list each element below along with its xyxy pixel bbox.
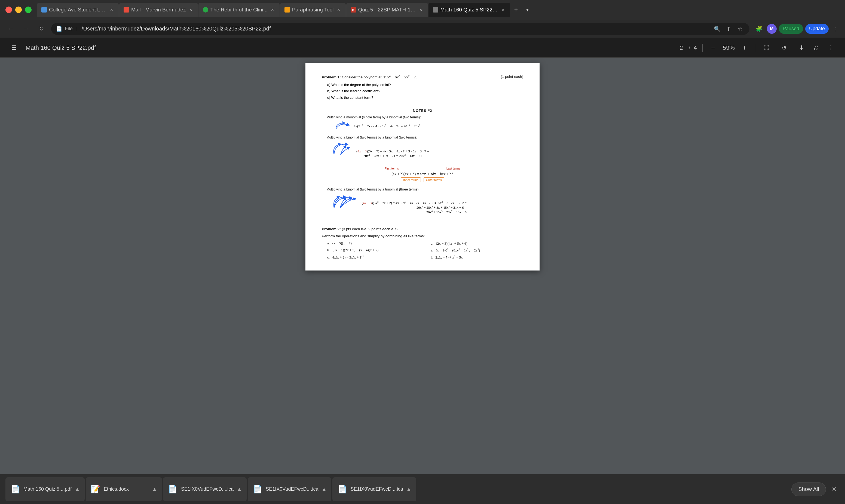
- close-downloads-button[interactable]: ✕: [829, 484, 840, 495]
- foil-outer-label: Outer terms: [424, 177, 444, 182]
- tab-favicon-rebirth: [203, 7, 208, 13]
- traffic-lights: [5, 6, 32, 13]
- extensions-icon[interactable]: 🧩: [754, 23, 765, 34]
- fit-page-button[interactable]: ⛶: [761, 42, 773, 54]
- tab-favicon-paraphrase: [285, 7, 290, 13]
- tab-close-mail[interactable]: ✕: [188, 7, 194, 13]
- prob-item-c: c. 4x(x + 2) − 3x(x + 1)2: [327, 255, 420, 259]
- problem2-grid: a. (x + 5)(x − 7) d. (2x − 3)(4x2 + 5x +…: [322, 241, 523, 259]
- problem1-text: Problem 1: Consider the polynomial: 15x4…: [322, 74, 523, 80]
- rotate-button[interactable]: ↺: [778, 42, 790, 54]
- download-button[interactable]: ⬇: [795, 42, 807, 54]
- bookmark-icon[interactable]: ☆: [736, 24, 744, 33]
- notes-section-binom-title: Multiplying a binomial (two terms) by a …: [326, 136, 519, 139]
- zoom-out-button[interactable]: −: [708, 43, 718, 53]
- problem2-section: Problem 2: (3 pts each b-e, 2 points eac…: [322, 227, 523, 259]
- tab-close-quiz5[interactable]: ✕: [418, 7, 424, 13]
- pdf-toolbar: ☰ Math 160 Quiz 5 SP22.pdf / 4 − 59% + ⛶…: [0, 38, 845, 58]
- reload-button[interactable]: ↻: [36, 23, 47, 34]
- chevron-up-icon-se2[interactable]: ▲: [322, 486, 327, 492]
- close-button[interactable]: [5, 6, 12, 13]
- foil-first-label: First terms: [385, 167, 399, 170]
- print-button[interactable]: 🖨: [810, 42, 822, 54]
- problem1-points: (1 point each): [501, 74, 523, 79]
- problem2-label: Problem 2:: [322, 227, 341, 231]
- paused-button[interactable]: Paused: [779, 24, 803, 34]
- tab-paraphrase[interactable]: Paraphrasing Tool ✕: [280, 3, 346, 17]
- address-icons: 🔍 ⬆ ☆: [713, 24, 744, 33]
- tab-quiz5[interactable]: B Quiz 5 - 22SP MATH-160... ✕: [346, 3, 428, 17]
- tab-mail[interactable]: Mail - Marvin Bermudez ✕: [119, 3, 198, 17]
- tabs-bar: College Ave Student Loa... ✕ Mail - Marv…: [37, 3, 840, 17]
- tab-favicon-math160: [433, 7, 438, 13]
- browser-menu-button[interactable]: ⋮: [831, 24, 840, 33]
- zoom-icon[interactable]: 🔍: [713, 24, 722, 33]
- download-name-ethics: Ethics.docx: [104, 486, 149, 492]
- problem1-part-c: c) What is the constant term?: [327, 94, 523, 101]
- foil-last-label: Last terms: [447, 167, 460, 170]
- tab-title-math160: Math 160 Quiz 5 SP22.p...: [441, 7, 498, 13]
- download-info-ethics: Ethics.docx: [104, 486, 149, 492]
- notes-section-mono: Multiplying a monomial (single term) by …: [326, 115, 519, 132]
- pdf-file-icon: 📄: [10, 484, 20, 494]
- page-number-input[interactable]: [677, 44, 685, 51]
- paused-label: Paused: [783, 26, 799, 32]
- divider-1: [702, 44, 703, 52]
- foil-labels: First terms Last terms: [385, 167, 460, 170]
- minimize-button[interactable]: [15, 6, 22, 13]
- user-avatar[interactable]: M: [767, 24, 777, 34]
- maximize-button[interactable]: [25, 6, 32, 13]
- download-item-se2[interactable]: 📄 SE1IX0VudEFwcD....ica ▲: [248, 477, 331, 501]
- show-all-button[interactable]: Show All: [791, 483, 826, 496]
- prob-item-f: f. 2x(x − 7) + x2 − 5x: [431, 255, 523, 259]
- trin-eq2: 20x4 − 28x2 + 8x + 15x3 − 21x + 6 =: [362, 205, 467, 210]
- download-item-math160[interactable]: 📄 Math 160 Quiz 5....pdf ▲: [5, 477, 85, 501]
- tab-close-rebirth[interactable]: ✕: [270, 7, 275, 13]
- foil-inner-outer: Inner terms Outer terms: [385, 177, 460, 182]
- pdf-toolbar-right: ⬇ 🖨 ⋮: [795, 42, 837, 54]
- ica-file-icon-1: 📄: [168, 484, 178, 494]
- download-name-se1: SE1IX0VudEFwcD....ica: [181, 486, 234, 492]
- trin-equations: (4x + 3)(5x3 − 7x + 2) = 4x · 5x3 − 4x ·…: [362, 193, 467, 214]
- back-button[interactable]: ←: [5, 23, 16, 34]
- foil-inner-label: Inner terms: [401, 177, 421, 182]
- binom-eq2: 20x2 − 28x + 15x − 21 = 20x2 − 13x − 21: [356, 154, 429, 158]
- problem1-part-a: a) What is the degree of the polynomial?: [327, 82, 523, 88]
- pdf-more-button[interactable]: ⋮: [825, 42, 837, 54]
- chevron-up-icon-se1[interactable]: ▲: [237, 486, 242, 492]
- trin-content: (4x + 3)(5x3 − 7x + 2) = 4x · 5x3 − 4x ·…: [329, 193, 519, 215]
- chevron-up-icon-ethics[interactable]: ▲: [152, 486, 157, 492]
- download-info-se1: SE1IX0VudEFwcD....ica: [181, 486, 234, 492]
- notes-section-binom: Multiplying a binomial (two terms) by a …: [326, 136, 519, 160]
- show-all-label: Show All: [798, 486, 819, 492]
- share-icon[interactable]: ⬆: [724, 24, 733, 33]
- update-button[interactable]: Update: [805, 24, 829, 34]
- zoom-in-button[interactable]: +: [740, 43, 750, 53]
- chevron-up-icon-se3[interactable]: ▲: [407, 486, 411, 492]
- ica-file-icon-2: 📄: [253, 484, 263, 494]
- download-item-se3[interactable]: 📄 SE1IX0VudEFwcD....ica ▲: [332, 477, 416, 501]
- trin-arrows: [329, 193, 359, 215]
- notes-box: NOTES #2 Multiplying a monomial (single …: [322, 105, 523, 222]
- tab-close-paraphrase[interactable]: ✕: [336, 7, 341, 13]
- pdf-menu-button[interactable]: ☰: [8, 42, 20, 54]
- tab-close-math160[interactable]: ✕: [500, 7, 506, 13]
- notes-section-mono-title: Multiplying a monomial (single term) by …: [326, 115, 519, 119]
- chevron-up-icon-math160[interactable]: ▲: [75, 486, 80, 492]
- tab-rebirth[interactable]: The Rebirth of the Clini... ✕: [198, 3, 280, 17]
- address-field[interactable]: 📄 File | /Users/marvinbermudez/Downloads…: [51, 23, 750, 35]
- tab-dropdown-button[interactable]: ▾: [522, 4, 533, 15]
- download-item-ethics[interactable]: 📝 Ethics.docx ▲: [86, 477, 162, 501]
- new-tab-button[interactable]: +: [511, 4, 522, 15]
- titlebar: College Ave Student Loa... ✕ Mail - Marv…: [0, 0, 845, 20]
- tab-title-rebirth: The Rebirth of the Clini...: [211, 7, 268, 13]
- tab-college[interactable]: College Ave Student Loa... ✕: [37, 3, 119, 17]
- forward-button[interactable]: →: [21, 23, 32, 34]
- tab-favicon-college: [41, 7, 47, 13]
- prob-item-e: e. (x − 2y)3 − (8xy2 − 3x2y − 2y3): [431, 248, 523, 253]
- file-icon: 📄: [56, 26, 62, 32]
- tab-close-college[interactable]: ✕: [109, 7, 114, 13]
- tab-math160[interactable]: Math 160 Quiz 5 SP22.p... ✕: [429, 3, 510, 17]
- mono-equation: 4x(5x3 − 7x) = 4x · 5x3 − 4x · 7x = 20x4…: [354, 124, 420, 128]
- download-item-se1[interactable]: 📄 SE1IX0VudEFwcD....ica ▲: [163, 477, 247, 501]
